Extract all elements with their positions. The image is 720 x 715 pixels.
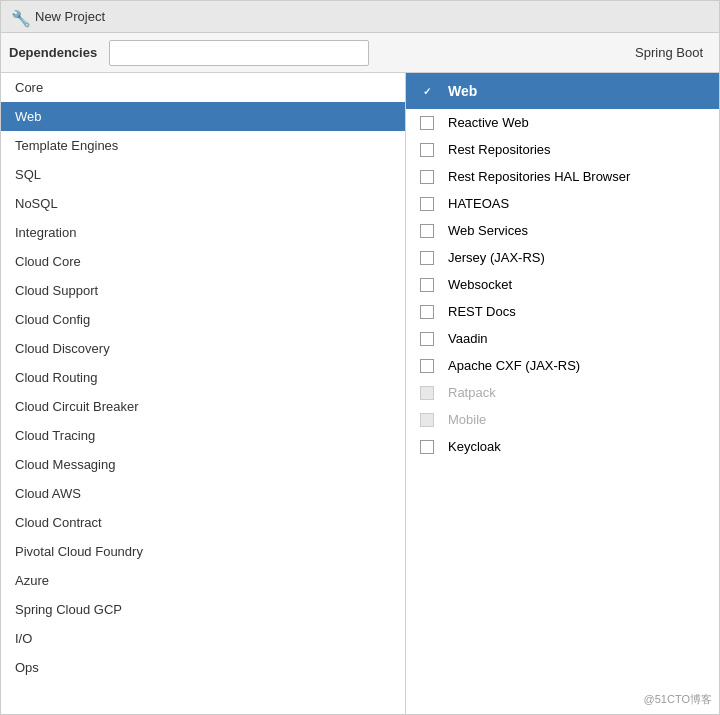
checkbox-reactive-web[interactable] [420,116,434,130]
dep-item-mobile[interactable]: Mobile [406,406,719,433]
dep-item-keycloak[interactable]: Keycloak [406,433,719,460]
category-item-cloud-tracing[interactable]: Cloud Tracing [1,421,405,450]
checkbox-jersey-jax-rs[interactable] [420,251,434,265]
web-checkbox[interactable] [420,84,434,98]
search-input[interactable] [109,40,369,66]
category-item-cloud-circuit-breaker[interactable]: Cloud Circuit Breaker [1,392,405,421]
category-item-io[interactable]: I/O [1,624,405,653]
dep-label-apache-cxf: Apache CXF (JAX-RS) [448,358,580,373]
toolbar-left: Dependencies [9,40,369,66]
main-window: 🔧 New Project Dependencies Spring Boot C… [0,0,720,715]
dependency-header-label: Web [448,83,477,99]
title-bar: 🔧 New Project [1,1,719,33]
checkbox-rest-repositories[interactable] [420,143,434,157]
dep-label-mobile: Mobile [448,412,486,427]
category-item-cloud-support[interactable]: Cloud Support [1,276,405,305]
dep-item-web-services[interactable]: Web Services [406,217,719,244]
checkbox-rest-docs[interactable] [420,305,434,319]
dep-label-jersey-jax-rs: Jersey (JAX-RS) [448,250,545,265]
category-item-cloud-aws[interactable]: Cloud AWS [1,479,405,508]
checkbox-websocket[interactable] [420,278,434,292]
checkbox-vaadin[interactable] [420,332,434,346]
category-item-cloud-routing[interactable]: Cloud Routing [1,363,405,392]
dep-label-rest-repositories-hal-browser: Rest Repositories HAL Browser [448,169,630,184]
dep-label-hateoas: HATEOAS [448,196,509,211]
category-item-sql[interactable]: SQL [1,160,405,189]
dep-item-apache-cxf[interactable]: Apache CXF (JAX-RS) [406,352,719,379]
category-item-pivotal-cloud-foundry[interactable]: Pivotal Cloud Foundry [1,537,405,566]
category-item-ops[interactable]: Ops [1,653,405,682]
category-item-template-engines[interactable]: Template Engines [1,131,405,160]
category-item-azure[interactable]: Azure [1,566,405,595]
checkbox-hateoas[interactable] [420,197,434,211]
dep-label-vaadin: Vaadin [448,331,488,346]
dep-label-ratpack: Ratpack [448,385,496,400]
dep-item-rest-repositories-hal-browser[interactable]: Rest Repositories HAL Browser [406,163,719,190]
category-item-core[interactable]: Core [1,73,405,102]
toolbar: Dependencies Spring Boot [1,33,719,73]
category-item-nosql[interactable]: NoSQL [1,189,405,218]
dep-item-hateoas[interactable]: HATEOAS [406,190,719,217]
checkbox-ratpack [420,386,434,400]
dep-item-websocket[interactable]: Websocket [406,271,719,298]
window-title: New Project [35,9,105,24]
category-item-integration[interactable]: Integration [1,218,405,247]
dep-label-keycloak: Keycloak [448,439,501,454]
dependency-header: Web [406,73,719,109]
category-item-cloud-config[interactable]: Cloud Config [1,305,405,334]
dep-item-vaadin[interactable]: Vaadin [406,325,719,352]
dep-label-rest-repositories: Rest Repositories [448,142,551,157]
dependency-list: WebReactive WebRest RepositoriesRest Rep… [406,73,719,714]
checkbox-mobile [420,413,434,427]
checkbox-rest-repositories-hal-browser[interactable] [420,170,434,184]
checkbox-apache-cxf[interactable] [420,359,434,373]
category-list: CoreWebTemplate EnginesSQLNoSQLIntegrati… [1,73,406,714]
dep-label-rest-docs: REST Docs [448,304,516,319]
category-item-cloud-contract[interactable]: Cloud Contract [1,508,405,537]
app-icon: 🔧 [11,9,27,25]
category-item-spring-cloud-gcp[interactable]: Spring Cloud GCP [1,595,405,624]
spring-boot-label: Spring Boot [635,45,711,60]
dep-item-ratpack[interactable]: Ratpack [406,379,719,406]
main-content: CoreWebTemplate EnginesSQLNoSQLIntegrati… [1,73,719,714]
dep-item-rest-docs[interactable]: REST Docs [406,298,719,325]
checkbox-web-services[interactable] [420,224,434,238]
checkbox-keycloak[interactable] [420,440,434,454]
dep-item-rest-repositories[interactable]: Rest Repositories [406,136,719,163]
category-item-cloud-core[interactable]: Cloud Core [1,247,405,276]
dep-item-reactive-web[interactable]: Reactive Web [406,109,719,136]
dep-label-web-services: Web Services [448,223,528,238]
category-item-web[interactable]: Web [1,102,405,131]
category-item-cloud-discovery[interactable]: Cloud Discovery [1,334,405,363]
dependencies-label: Dependencies [9,45,97,60]
dep-item-jersey-jax-rs[interactable]: Jersey (JAX-RS) [406,244,719,271]
dep-label-reactive-web: Reactive Web [448,115,529,130]
watermark: @51CTO博客 [644,692,712,707]
dep-label-websocket: Websocket [448,277,512,292]
category-item-cloud-messaging[interactable]: Cloud Messaging [1,450,405,479]
